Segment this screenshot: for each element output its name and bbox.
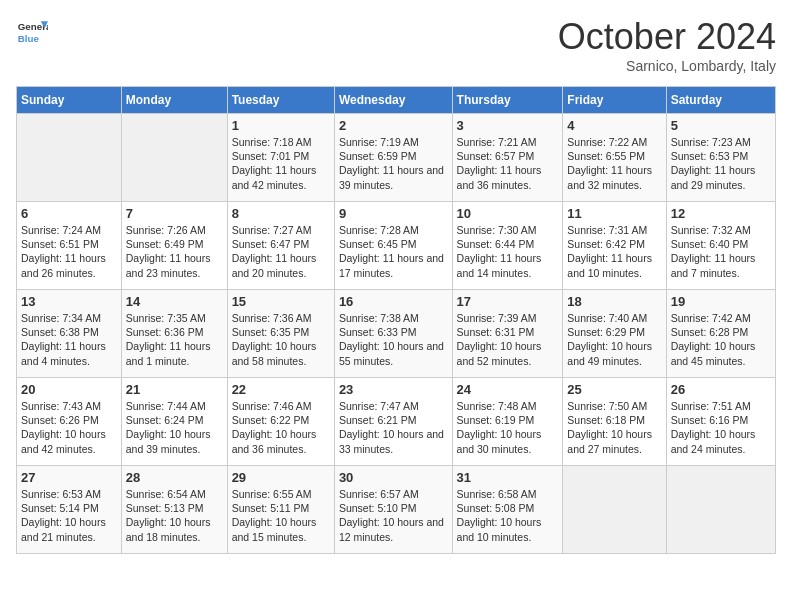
calendar-cell: 31Sunrise: 6:58 AMSunset: 5:08 PMDayligh… — [452, 466, 563, 554]
calendar-week-1: 1Sunrise: 7:18 AMSunset: 7:01 PMDaylight… — [17, 114, 776, 202]
calendar-cell — [17, 114, 122, 202]
day-number: 6 — [21, 206, 117, 221]
calendar-cell: 25Sunrise: 7:50 AMSunset: 6:18 PMDayligh… — [563, 378, 666, 466]
calendar-cell: 19Sunrise: 7:42 AMSunset: 6:28 PMDayligh… — [666, 290, 775, 378]
day-info: Sunrise: 7:44 AMSunset: 6:24 PMDaylight:… — [126, 399, 223, 456]
day-info: Sunrise: 7:35 AMSunset: 6:36 PMDaylight:… — [126, 311, 223, 368]
day-info: Sunrise: 7:27 AMSunset: 6:47 PMDaylight:… — [232, 223, 330, 280]
weekday-header-wednesday: Wednesday — [334, 87, 452, 114]
day-number: 29 — [232, 470, 330, 485]
day-number: 30 — [339, 470, 448, 485]
calendar-cell: 8Sunrise: 7:27 AMSunset: 6:47 PMDaylight… — [227, 202, 334, 290]
day-info: Sunrise: 7:48 AMSunset: 6:19 PMDaylight:… — [457, 399, 559, 456]
day-info: Sunrise: 7:40 AMSunset: 6:29 PMDaylight:… — [567, 311, 661, 368]
day-info: Sunrise: 7:42 AMSunset: 6:28 PMDaylight:… — [671, 311, 771, 368]
day-number: 1 — [232, 118, 330, 133]
day-number: 31 — [457, 470, 559, 485]
calendar-cell: 11Sunrise: 7:31 AMSunset: 6:42 PMDayligh… — [563, 202, 666, 290]
calendar-cell: 7Sunrise: 7:26 AMSunset: 6:49 PMDaylight… — [121, 202, 227, 290]
day-number: 3 — [457, 118, 559, 133]
calendar-cell: 21Sunrise: 7:44 AMSunset: 6:24 PMDayligh… — [121, 378, 227, 466]
day-number: 21 — [126, 382, 223, 397]
day-number: 20 — [21, 382, 117, 397]
day-number: 26 — [671, 382, 771, 397]
day-number: 17 — [457, 294, 559, 309]
calendar-cell: 18Sunrise: 7:40 AMSunset: 6:29 PMDayligh… — [563, 290, 666, 378]
day-info: Sunrise: 7:18 AMSunset: 7:01 PMDaylight:… — [232, 135, 330, 192]
day-number: 10 — [457, 206, 559, 221]
weekday-header-friday: Friday — [563, 87, 666, 114]
day-info: Sunrise: 6:54 AMSunset: 5:13 PMDaylight:… — [126, 487, 223, 544]
calendar-cell: 17Sunrise: 7:39 AMSunset: 6:31 PMDayligh… — [452, 290, 563, 378]
day-info: Sunrise: 7:36 AMSunset: 6:35 PMDaylight:… — [232, 311, 330, 368]
calendar-cell: 23Sunrise: 7:47 AMSunset: 6:21 PMDayligh… — [334, 378, 452, 466]
calendar-cell: 26Sunrise: 7:51 AMSunset: 6:16 PMDayligh… — [666, 378, 775, 466]
calendar-cell: 27Sunrise: 6:53 AMSunset: 5:14 PMDayligh… — [17, 466, 122, 554]
day-info: Sunrise: 7:31 AMSunset: 6:42 PMDaylight:… — [567, 223, 661, 280]
day-number: 12 — [671, 206, 771, 221]
weekday-header-monday: Monday — [121, 87, 227, 114]
day-number: 8 — [232, 206, 330, 221]
calendar-cell — [563, 466, 666, 554]
day-info: Sunrise: 7:28 AMSunset: 6:45 PMDaylight:… — [339, 223, 448, 280]
day-number: 15 — [232, 294, 330, 309]
weekday-header-saturday: Saturday — [666, 87, 775, 114]
day-info: Sunrise: 6:57 AMSunset: 5:10 PMDaylight:… — [339, 487, 448, 544]
day-info: Sunrise: 7:51 AMSunset: 6:16 PMDaylight:… — [671, 399, 771, 456]
weekday-header-row: SundayMondayTuesdayWednesdayThursdayFrid… — [17, 87, 776, 114]
calendar-cell: 30Sunrise: 6:57 AMSunset: 5:10 PMDayligh… — [334, 466, 452, 554]
calendar-cell: 3Sunrise: 7:21 AMSunset: 6:57 PMDaylight… — [452, 114, 563, 202]
day-number: 13 — [21, 294, 117, 309]
day-number: 16 — [339, 294, 448, 309]
day-info: Sunrise: 6:58 AMSunset: 5:08 PMDaylight:… — [457, 487, 559, 544]
calendar-cell: 4Sunrise: 7:22 AMSunset: 6:55 PMDaylight… — [563, 114, 666, 202]
day-info: Sunrise: 7:32 AMSunset: 6:40 PMDaylight:… — [671, 223, 771, 280]
calendar-week-2: 6Sunrise: 7:24 AMSunset: 6:51 PMDaylight… — [17, 202, 776, 290]
day-info: Sunrise: 7:47 AMSunset: 6:21 PMDaylight:… — [339, 399, 448, 456]
day-info: Sunrise: 7:22 AMSunset: 6:55 PMDaylight:… — [567, 135, 661, 192]
calendar-cell: 14Sunrise: 7:35 AMSunset: 6:36 PMDayligh… — [121, 290, 227, 378]
day-number: 18 — [567, 294, 661, 309]
location: Sarnico, Lombardy, Italy — [558, 58, 776, 74]
calendar-cell: 29Sunrise: 6:55 AMSunset: 5:11 PMDayligh… — [227, 466, 334, 554]
day-number: 14 — [126, 294, 223, 309]
logo: General Blue — [16, 16, 48, 48]
calendar-cell: 6Sunrise: 7:24 AMSunset: 6:51 PMDaylight… — [17, 202, 122, 290]
calendar-week-3: 13Sunrise: 7:34 AMSunset: 6:38 PMDayligh… — [17, 290, 776, 378]
calendar-cell: 16Sunrise: 7:38 AMSunset: 6:33 PMDayligh… — [334, 290, 452, 378]
day-info: Sunrise: 7:19 AMSunset: 6:59 PMDaylight:… — [339, 135, 448, 192]
calendar-week-4: 20Sunrise: 7:43 AMSunset: 6:26 PMDayligh… — [17, 378, 776, 466]
day-info: Sunrise: 6:53 AMSunset: 5:14 PMDaylight:… — [21, 487, 117, 544]
day-number: 9 — [339, 206, 448, 221]
calendar-cell — [666, 466, 775, 554]
weekday-header-thursday: Thursday — [452, 87, 563, 114]
svg-text:Blue: Blue — [18, 33, 40, 44]
day-info: Sunrise: 7:38 AMSunset: 6:33 PMDaylight:… — [339, 311, 448, 368]
day-info: Sunrise: 7:21 AMSunset: 6:57 PMDaylight:… — [457, 135, 559, 192]
day-number: 24 — [457, 382, 559, 397]
day-number: 28 — [126, 470, 223, 485]
day-number: 2 — [339, 118, 448, 133]
day-number: 27 — [21, 470, 117, 485]
calendar-cell: 24Sunrise: 7:48 AMSunset: 6:19 PMDayligh… — [452, 378, 563, 466]
weekday-header-sunday: Sunday — [17, 87, 122, 114]
day-info: Sunrise: 7:26 AMSunset: 6:49 PMDaylight:… — [126, 223, 223, 280]
calendar-cell: 22Sunrise: 7:46 AMSunset: 6:22 PMDayligh… — [227, 378, 334, 466]
day-number: 25 — [567, 382, 661, 397]
day-info: Sunrise: 7:39 AMSunset: 6:31 PMDaylight:… — [457, 311, 559, 368]
day-info: Sunrise: 7:34 AMSunset: 6:38 PMDaylight:… — [21, 311, 117, 368]
page-header: General Blue October 2024 Sarnico, Lomba… — [16, 16, 776, 74]
day-number: 11 — [567, 206, 661, 221]
day-info: Sunrise: 7:23 AMSunset: 6:53 PMDaylight:… — [671, 135, 771, 192]
calendar-cell: 12Sunrise: 7:32 AMSunset: 6:40 PMDayligh… — [666, 202, 775, 290]
calendar-cell: 20Sunrise: 7:43 AMSunset: 6:26 PMDayligh… — [17, 378, 122, 466]
day-number: 22 — [232, 382, 330, 397]
calendar-cell: 9Sunrise: 7:28 AMSunset: 6:45 PMDaylight… — [334, 202, 452, 290]
calendar-cell: 5Sunrise: 7:23 AMSunset: 6:53 PMDaylight… — [666, 114, 775, 202]
day-info: Sunrise: 7:43 AMSunset: 6:26 PMDaylight:… — [21, 399, 117, 456]
calendar-cell: 28Sunrise: 6:54 AMSunset: 5:13 PMDayligh… — [121, 466, 227, 554]
calendar-cell: 1Sunrise: 7:18 AMSunset: 7:01 PMDaylight… — [227, 114, 334, 202]
month-title: October 2024 — [558, 16, 776, 58]
day-info: Sunrise: 7:50 AMSunset: 6:18 PMDaylight:… — [567, 399, 661, 456]
logo-icon: General Blue — [16, 16, 48, 48]
